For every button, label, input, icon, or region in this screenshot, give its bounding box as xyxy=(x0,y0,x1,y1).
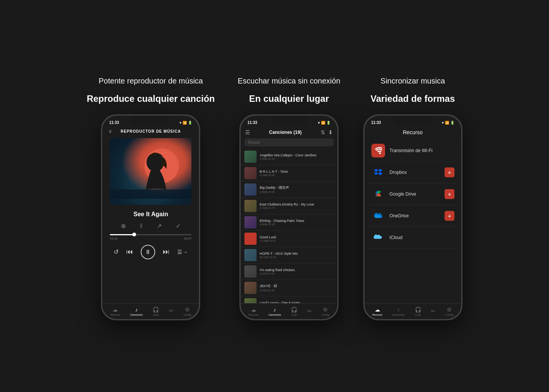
nav-canciones-songs[interactable]: ♪ Canciones xyxy=(268,307,281,316)
dropbox-action-button[interactable] xyxy=(445,167,454,177)
nav-recurso-res[interactable]: ☁ Recurso xyxy=(372,307,382,316)
nav-config-player[interactable]: ⚙ Config xyxy=(183,307,191,316)
nav-edit-player[interactable]: ✂ xyxy=(169,308,173,315)
nav-lista-player[interactable]: 🎧 Lista xyxy=(152,307,159,316)
menu-icon[interactable]: ☰ xyxy=(245,129,250,135)
onedrive-action-button[interactable] xyxy=(445,211,454,221)
nav-edit-res[interactable]: ✂ xyxy=(431,308,435,314)
music-nav-icon3: ♪ xyxy=(397,307,400,313)
phone-player: 11:33 ▾ 📶 🔋 ∨ REPRODUCTOR DE MÚSICA xyxy=(101,114,200,320)
share-icon[interactable]: ↗ xyxy=(157,222,162,230)
settings-nav-icon3: ⚙ xyxy=(447,307,452,313)
list-item[interactable]: Big Daddy - 嗯笑声 5.8MB 03:59 xyxy=(241,182,337,198)
icloud-svg xyxy=(374,235,383,241)
song-info-6: Good Luck 11.9MB 06:01 xyxy=(260,235,334,242)
song-thumb-3 xyxy=(244,183,257,196)
nav-recurso-songs[interactable]: ☁ Recurso xyxy=(249,307,258,316)
spacer xyxy=(364,249,461,303)
icloud-icon-wrap xyxy=(371,231,385,244)
songs-subtitle: Escuchar música sin conexión xyxy=(238,76,340,86)
phone-resources: 11:33 ▾ 📶 🔋 Recurso xyxy=(363,114,462,320)
album-silhouette xyxy=(110,138,191,205)
dropbox-label: Dropbox xyxy=(390,170,440,175)
add-icon[interactable]: ⊕ xyxy=(121,222,126,230)
nav-lista-songs[interactable]: 🎧 Lista xyxy=(291,307,297,316)
nav-canciones-res[interactable]: ♪ Canciones xyxy=(392,307,405,316)
progress-bar[interactable] xyxy=(110,234,191,235)
section-player: Potente reproductor de música Reproduce … xyxy=(83,64,218,328)
resource-item-gdrive[interactable]: Google Drive xyxy=(368,183,458,205)
song-title-display: See It Again xyxy=(102,211,199,218)
progress-area[interactable]: 01:23 04:07 xyxy=(102,233,199,242)
list-item[interactable]: Loud Luxury - See It Again 12.07M 04:07 xyxy=(241,296,337,303)
dropbox-icon-wrap xyxy=(371,165,385,179)
status-bar-songs: 11:33 ▾ 📶 🔋 xyxy=(241,116,337,128)
import-onedrive-icon xyxy=(447,214,452,218)
pause-button[interactable]: ⏸ xyxy=(141,245,155,259)
songs-title: En cualquier lugar xyxy=(238,92,340,105)
status-bar-resources: 11:33 ▾ 📶 🔋 xyxy=(364,116,461,128)
gdrive-action-button[interactable] xyxy=(445,189,454,199)
equalizer-icon[interactable]: ⦀ xyxy=(140,222,143,229)
download-icon[interactable]: ⬇ xyxy=(328,129,333,135)
section-songs-text: Escuchar música sin conexión En cualquie… xyxy=(238,76,340,105)
status-time-resources: 11:33 xyxy=(371,120,381,125)
song-thumb-1 xyxy=(244,151,257,163)
list-item[interactable]: JEKYÉ - 狱 8.20M 03:33 xyxy=(241,280,337,296)
resource-item-dropbox[interactable]: Dropbox xyxy=(368,162,458,183)
nav-lista-res[interactable]: 🎧 Lista xyxy=(415,307,421,316)
nav-edit-songs[interactable]: ✂ xyxy=(307,308,312,314)
song-name-8: I'm eating fried chicken. xyxy=(260,268,334,272)
song-thumb-4 xyxy=(244,200,257,212)
resource-item-wifi[interactable]: Transmisión de Wi-Fi xyxy=(368,140,458,162)
nav-recurso-player[interactable]: ☁ Recurso xyxy=(110,307,120,316)
song-name-6: Good Luck xyxy=(260,235,334,239)
song-meta-6: 11.9MB 06:01 xyxy=(260,239,334,242)
queue-icon[interactable]: ☰→ xyxy=(177,249,188,255)
song-meta-8: 4.42M 01:64 xyxy=(260,272,334,275)
list-item[interactable]: HOPE-T - NCS Style Mix 06.42M 04:29 xyxy=(241,247,337,263)
list-item[interactable]: East Clubbers,Dmitriy Rs - My Love 6.7MB… xyxy=(241,198,337,214)
resource-item-onedrive[interactable]: OneDrive xyxy=(368,205,458,227)
headphone-nav-icon: 🎧 xyxy=(152,307,159,313)
sort-icon[interactable]: ⇅ xyxy=(321,129,325,135)
scissors-nav-icon3: ✂ xyxy=(431,308,435,314)
check-icon[interactable]: ✓ xyxy=(176,222,181,230)
player-header: ∨ REPRODUCTOR DE MÚSICA xyxy=(102,128,199,135)
song-info-9: JEKYÉ - 狱 8.20M 03:33 xyxy=(260,284,334,292)
nav-canciones-player[interactable]: ♪ Canciones xyxy=(130,307,143,316)
import-gdrive-icon xyxy=(447,192,452,196)
chevron-down-icon[interactable]: ∨ xyxy=(108,128,112,134)
song-meta-5: 6.9MB 02:35 xyxy=(260,223,334,226)
player-subtitle: Potente reproductor de música xyxy=(87,76,215,86)
sleep-icon[interactable]: ↺ xyxy=(114,248,119,255)
song-name-3: Big Daddy - 嗯笑声 xyxy=(260,185,334,190)
list-item[interactable]: Good Luck 11.9MB 06:01 xyxy=(241,231,337,247)
song-thumb-8 xyxy=(244,265,257,278)
section-songs: Escuchar música sin conexión En cualquie… xyxy=(234,64,344,328)
music-nav-icon: ♪ xyxy=(135,307,138,313)
wifi-label: Transmisión de Wi-Fi xyxy=(390,148,454,153)
resources-screen: 11:33 ▾ 📶 🔋 Recurso xyxy=(364,116,461,319)
gdrive-svg xyxy=(374,190,382,198)
song-info-8: I'm eating fried chicken. 4.42M 01:64 xyxy=(260,268,334,275)
next-button[interactable]: ⏭ xyxy=(163,248,170,256)
nav-config-res[interactable]: ⚙ Config xyxy=(445,307,453,316)
list-item[interactable]: Ehrling - Chasing Palm Trees 6.9MB 02:35 xyxy=(241,214,337,231)
settings-nav-icon2: ⚙ xyxy=(323,307,328,313)
nav-config-songs[interactable]: ⚙ Config xyxy=(322,307,329,316)
headphone-nav-icon3: 🎧 xyxy=(415,307,421,313)
gdrive-icon-wrap xyxy=(371,187,385,201)
song-thumb-7 xyxy=(244,249,257,261)
resource-item-icloud[interactable]: iCloud xyxy=(368,227,458,249)
song-meta-7: 06.42M 04:29 xyxy=(260,256,334,259)
list-item[interactable]: Angelika Vee,Calippo - Coco Jamboo 2.9MB… xyxy=(241,149,337,165)
main-controls: ↺ ⏮ ⏸ ⏭ ☰→ xyxy=(102,242,199,262)
search-bar[interactable]: Buscar xyxy=(244,138,334,146)
prev-button[interactable]: ⏮ xyxy=(126,248,133,256)
list-item[interactable]: B R L L N T - Toxic 6.1MB 03:08 xyxy=(241,165,337,182)
status-icons-player: ▾ 📶 🔋 xyxy=(180,121,192,125)
wifi-icon xyxy=(371,144,385,157)
list-header: ☰ Canciones (19) ⇅ ⬇ xyxy=(241,128,337,138)
list-item[interactable]: I'm eating fried chicken. 4.42M 01:64 xyxy=(241,263,337,280)
